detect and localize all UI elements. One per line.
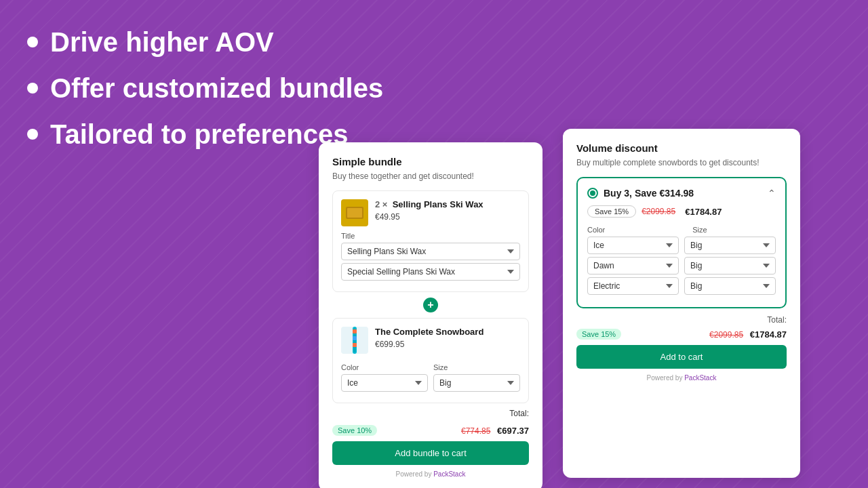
product2-color-group: Color Ice Dawn Electric xyxy=(341,359,428,394)
save-row: Save 10% €774.85 €697.37 xyxy=(332,425,529,436)
add-plus-button[interactable]: + xyxy=(423,298,438,312)
variant-rows: Color Size Ice Dawn Electric Big Small xyxy=(587,226,776,295)
bullet-text-aov: Drive higher AOV xyxy=(50,27,274,57)
buy3-prices: Save 15% €2099.85 €1784.87 xyxy=(587,205,776,218)
variant-row-3: Ice Dawn Electric Big Small xyxy=(587,277,776,295)
buy3-panel: Buy 3, Save €314.98 ⌃ Save 15% €2099.85 … xyxy=(576,177,787,308)
save15-badge: Save 15% xyxy=(587,205,636,218)
product1-price: €49.95 xyxy=(375,212,484,222)
volume-discount-title: Volume discount xyxy=(576,142,787,154)
variant3-size-select[interactable]: Big Small xyxy=(684,277,776,295)
svg-rect-1 xyxy=(347,208,362,218)
vol-footer-discounted: €1784.87 xyxy=(750,329,787,340)
powered-by-vol: Powered by PackStack xyxy=(576,374,787,382)
product2-header: The Complete Snowboard €699.95 xyxy=(341,327,520,354)
simple-bundle-title: Simple bundle xyxy=(332,156,529,167)
product2-color-label: Color xyxy=(341,363,428,371)
vol-save-badge: Save 15% xyxy=(576,329,621,340)
product2-size-select[interactable]: Big Small xyxy=(433,374,520,392)
product1-thumbnail xyxy=(341,199,368,226)
product2-size-label: Size xyxy=(433,363,520,371)
packstack-link-simple[interactable]: PackStack xyxy=(433,470,465,478)
total-label: Total: xyxy=(509,409,529,418)
radio-inner xyxy=(590,190,595,196)
product1-quantity: 2 × xyxy=(375,199,390,209)
variant2-size-select[interactable]: Big Small xyxy=(684,257,776,274)
bullet-text-preferences: Tailored to preferences xyxy=(50,119,348,149)
product2-name: The Complete Snowboard xyxy=(375,327,484,338)
size-col-label: Size xyxy=(692,226,776,234)
vol-original-price: €2099.85 xyxy=(642,207,675,216)
cards-area: Simple bundle Buy these together and get… xyxy=(319,142,800,488)
vol-discounted-price: €1784.87 xyxy=(685,207,722,217)
product2-row: The Complete Snowboard €699.95 Color Ice… xyxy=(332,318,529,403)
variant-row-2: Ice Dawn Electric Big Small xyxy=(587,257,776,274)
buy3-title: Buy 3, Save €314.98 xyxy=(604,188,694,199)
bullet-dot-aov xyxy=(27,37,38,47)
vol-footer-original: €2099.85 xyxy=(709,330,743,340)
product2-variant-selects: Color Ice Dawn Electric Size Big Small xyxy=(341,359,520,394)
total-row: Total: xyxy=(332,409,529,418)
svg-rect-6 xyxy=(353,343,357,347)
vol-add-button[interactable]: Add to cart xyxy=(576,345,787,369)
product2-price: €699.95 xyxy=(375,340,484,349)
product1-row: 2 × Selling Plans Ski Wax €49.95 Title S… xyxy=(332,190,529,292)
variant-header-row: Color Size xyxy=(587,226,776,234)
variant2-color-select[interactable]: Ice Dawn Electric xyxy=(587,257,679,274)
product2-size-group: Size Big Small xyxy=(433,359,520,394)
variant1-color-select[interactable]: Ice Dawn Electric xyxy=(587,237,679,254)
powered-by-simple: Powered by PackStack xyxy=(332,470,529,478)
buy3-left: Buy 3, Save €314.98 xyxy=(587,188,694,199)
color-col-label: Color xyxy=(587,226,687,234)
vol-total-row: Total: xyxy=(576,315,787,325)
vol-footer-prices: €2099.85 €1784.87 xyxy=(709,329,787,340)
product1-name: 2 × Selling Plans Ski Wax xyxy=(375,199,484,211)
volume-discount-subtitle: Buy multiple complete snowbords to get d… xyxy=(576,158,787,167)
svg-rect-5 xyxy=(353,336,357,340)
original-price-value: €774.85 xyxy=(461,426,490,436)
add-bundle-button[interactable]: Add bundle to cart xyxy=(332,441,529,465)
save-badge: Save 10% xyxy=(332,425,377,436)
simple-bundle-subtitle: Buy these together and get discounted! xyxy=(332,171,529,181)
product1-dropdown2[interactable]: Special Selling Plans Ski Wax xyxy=(341,263,520,281)
discounted-price-value: €697.37 xyxy=(497,426,529,436)
bullet-dot-preferences xyxy=(27,129,38,140)
product2-info: The Complete Snowboard €699.95 xyxy=(375,327,484,349)
bullet-dot-bundles xyxy=(27,83,38,94)
product1-info: 2 × Selling Plans Ski Wax €49.95 xyxy=(375,199,484,222)
vol-save-row: Save 15% €2099.85 €1784.87 xyxy=(576,329,787,340)
bullet-aov: Drive higher AOV xyxy=(27,27,383,57)
volume-discount-card: Volume discount Buy multiple complete sn… xyxy=(563,129,800,478)
product1-dropdown1[interactable]: Selling Plans Ski Wax xyxy=(341,243,520,260)
variant3-color-select[interactable]: Ice Dawn Electric xyxy=(587,277,679,295)
product2-thumbnail xyxy=(341,327,368,354)
variant1-size-select[interactable]: Big Small xyxy=(684,237,776,254)
svg-rect-4 xyxy=(353,329,357,333)
product1-header: 2 × Selling Plans Ski Wax €49.95 xyxy=(341,199,520,226)
chevron-up-icon[interactable]: ⌃ xyxy=(768,188,776,199)
buy3-radio[interactable] xyxy=(587,188,598,199)
bullet-bundles: Offer customized bundles xyxy=(27,73,383,103)
packstack-link-vol[interactable]: PackStack xyxy=(684,374,716,382)
buy3-header: Buy 3, Save €314.98 ⌃ xyxy=(587,188,776,199)
simple-bundle-card: Simple bundle Buy these together and get… xyxy=(319,142,542,488)
vol-total-label: Total: xyxy=(767,315,787,325)
variant-row-1: Ice Dawn Electric Big Small xyxy=(587,237,776,254)
original-price: €774.85 €697.37 xyxy=(461,426,529,436)
add-plus-area: + xyxy=(332,298,529,312)
product1-field-label: Title xyxy=(341,232,520,240)
bullet-text-bundles: Offer customized bundles xyxy=(50,73,383,103)
product2-color-select[interactable]: Ice Dawn Electric xyxy=(341,374,428,392)
